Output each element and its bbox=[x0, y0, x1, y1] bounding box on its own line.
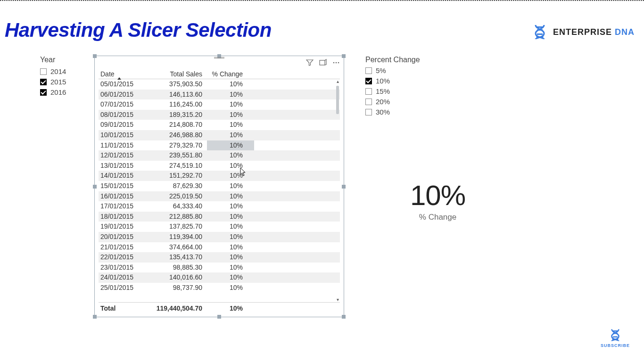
checkbox-icon[interactable] bbox=[40, 89, 47, 96]
scroll-down-icon[interactable]: ▾ bbox=[335, 297, 340, 302]
cell-date: 17/01/2015 bbox=[99, 201, 150, 212]
cell-sales: 212,885.80 bbox=[150, 212, 207, 222]
cell-date: 22/01/2015 bbox=[99, 252, 150, 263]
cell-sales: 140,016.60 bbox=[150, 272, 207, 283]
table-header-row[interactable]: Date Total Sales % Change bbox=[99, 69, 340, 79]
table-row[interactable]: 09/01/2015214,808.7010% bbox=[99, 120, 340, 130]
percent-change-slicer: Percent Change 5%10%15%20%30% bbox=[365, 56, 441, 118]
cell-date: 18/01/2015 bbox=[99, 212, 150, 222]
svg-point-6 bbox=[336, 62, 337, 64]
cell-date: 11/01/2015 bbox=[99, 140, 150, 151]
table-row[interactable]: 16/01/2015225,019.5010% bbox=[99, 191, 340, 202]
cell-date: 06/01/2015 bbox=[99, 90, 150, 100]
slicer-item-label: 10% bbox=[376, 76, 390, 86]
cell-change: 10% bbox=[207, 140, 254, 151]
table-row[interactable]: 20/01/2015119,394.0010% bbox=[99, 232, 340, 242]
cell-change: 10% bbox=[207, 191, 254, 202]
table-row[interactable]: 22/01/2015135,413.7010% bbox=[99, 252, 340, 263]
percent-slicer-item[interactable]: 30% bbox=[365, 107, 441, 117]
table-row[interactable]: 06/01/2015146,113.6010% bbox=[99, 90, 340, 100]
percent-slicer-item[interactable]: 15% bbox=[365, 87, 441, 96]
table-row[interactable]: 15/01/201587,629.3010% bbox=[99, 181, 340, 191]
percent-change-card: 10% % Change bbox=[410, 179, 465, 222]
drag-handle-icon[interactable] bbox=[214, 57, 224, 58]
year-slicer-title: Year bbox=[40, 56, 85, 64]
table-total-row: Total 119,440,504.70 10% bbox=[99, 302, 340, 313]
table-row[interactable]: 12/01/2015239,551.8010% bbox=[99, 150, 340, 161]
year-slicer-item[interactable]: 2014 bbox=[40, 67, 85, 76]
percent-slicer-item[interactable]: 10% bbox=[365, 76, 441, 86]
cell-change: 10% bbox=[207, 201, 254, 212]
checkbox-icon[interactable] bbox=[40, 68, 47, 75]
cell-change: 10% bbox=[207, 181, 254, 191]
table-row[interactable]: 19/01/2015137,825.7010% bbox=[99, 222, 340, 232]
cell-date: 09/01/2015 bbox=[99, 120, 150, 130]
cell-date: 13/01/2015 bbox=[99, 161, 150, 171]
col-header-change[interactable]: % Change bbox=[207, 70, 254, 78]
table-row[interactable]: 18/01/2015212,885.8010% bbox=[99, 212, 340, 222]
table-row[interactable]: 25/01/201598,737.9010% bbox=[99, 283, 340, 293]
table-row[interactable]: 14/01/2015151,292.7010% bbox=[99, 171, 340, 181]
cell-change: 10% bbox=[207, 90, 254, 100]
resize-handle[interactable] bbox=[342, 185, 346, 189]
checkbox-icon[interactable] bbox=[40, 79, 47, 85]
cell-sales: 279,329.70 bbox=[150, 140, 207, 151]
table-row[interactable]: 08/01/2015189,315.2010% bbox=[99, 110, 340, 120]
resize-handle[interactable] bbox=[93, 185, 97, 189]
checkbox-icon[interactable] bbox=[365, 109, 372, 115]
scroll-thumb[interactable] bbox=[336, 86, 339, 114]
total-sales: 119,440,504.70 bbox=[150, 304, 207, 312]
resize-handle[interactable] bbox=[342, 315, 346, 319]
col-header-sales[interactable]: Total Sales bbox=[150, 70, 207, 78]
cell-sales: 137,825.70 bbox=[150, 222, 207, 232]
cell-change: 10% bbox=[207, 212, 254, 222]
resize-handle[interactable] bbox=[93, 315, 97, 319]
resize-handle[interactable] bbox=[217, 315, 221, 319]
year-slicer: Year 201420152016 bbox=[5, 56, 85, 98]
filter-icon[interactable] bbox=[306, 59, 314, 66]
cell-sales: 64,333.40 bbox=[150, 201, 207, 212]
table-row[interactable]: 21/01/2015374,664.0010% bbox=[99, 242, 340, 253]
checkbox-icon[interactable] bbox=[365, 88, 372, 95]
cell-sales: 274,519.10 bbox=[150, 161, 207, 171]
more-options-icon[interactable] bbox=[332, 59, 340, 66]
focus-mode-icon[interactable] bbox=[319, 59, 327, 66]
scroll-up-icon[interactable]: ▴ bbox=[335, 79, 340, 84]
cell-sales: 374,664.00 bbox=[150, 242, 207, 253]
cell-date: 24/01/2015 bbox=[99, 272, 150, 283]
table-row[interactable]: 24/01/2015140,016.6010% bbox=[99, 272, 340, 283]
percent-slicer-title: Percent Change bbox=[365, 56, 441, 64]
table-visual[interactable]: Date Total Sales % Change 05/01/2015375,… bbox=[94, 56, 344, 317]
cell-change: 10% bbox=[207, 99, 254, 110]
slicer-item-label: 2014 bbox=[50, 67, 66, 76]
cell-change: 10% bbox=[207, 252, 254, 263]
table-row[interactable]: 17/01/201564,333.4010% bbox=[99, 201, 340, 212]
table-row[interactable]: 10/01/2015246,988.8010% bbox=[99, 130, 340, 140]
cell-change: 10% bbox=[207, 283, 254, 293]
percent-slicer-item[interactable]: 20% bbox=[365, 97, 441, 107]
cell-date: 23/01/2015 bbox=[99, 263, 150, 273]
cell-date: 14/01/2015 bbox=[99, 171, 150, 181]
cell-sales: 375,903.50 bbox=[150, 79, 207, 90]
cell-date: 19/01/2015 bbox=[99, 222, 150, 232]
year-slicer-item[interactable]: 2015 bbox=[40, 77, 85, 87]
subscribe-badge[interactable]: SUBSCRIBE bbox=[601, 328, 630, 348]
table-row[interactable]: 11/01/2015279,329.7010% bbox=[99, 140, 340, 151]
table-row[interactable]: 23/01/201598,885.3010% bbox=[99, 263, 340, 273]
table-row[interactable]: 13/01/2015274,519.1010% bbox=[99, 161, 340, 171]
cell-sales: 116,245.00 bbox=[150, 99, 207, 110]
checkbox-icon[interactable] bbox=[365, 67, 372, 74]
col-header-date[interactable]: Date bbox=[99, 70, 150, 78]
table-row[interactable]: 05/01/2015375,903.5010% bbox=[99, 79, 340, 90]
table-row[interactable]: 07/01/2015116,245.0010% bbox=[99, 99, 340, 110]
vertical-scrollbar[interactable]: ▴ ▾ bbox=[335, 79, 340, 302]
cell-sales: 135,413.70 bbox=[150, 252, 207, 263]
brand-logo: ENTERPRISE DNA bbox=[531, 24, 635, 41]
cell-change: 10% bbox=[207, 171, 254, 181]
checkbox-icon[interactable] bbox=[365, 78, 372, 84]
dna-helix-icon bbox=[608, 328, 622, 342]
checkbox-icon[interactable] bbox=[365, 99, 372, 105]
cell-change: 10% bbox=[207, 242, 254, 253]
percent-slicer-item[interactable]: 5% bbox=[365, 66, 441, 75]
year-slicer-item[interactable]: 2016 bbox=[40, 88, 85, 97]
